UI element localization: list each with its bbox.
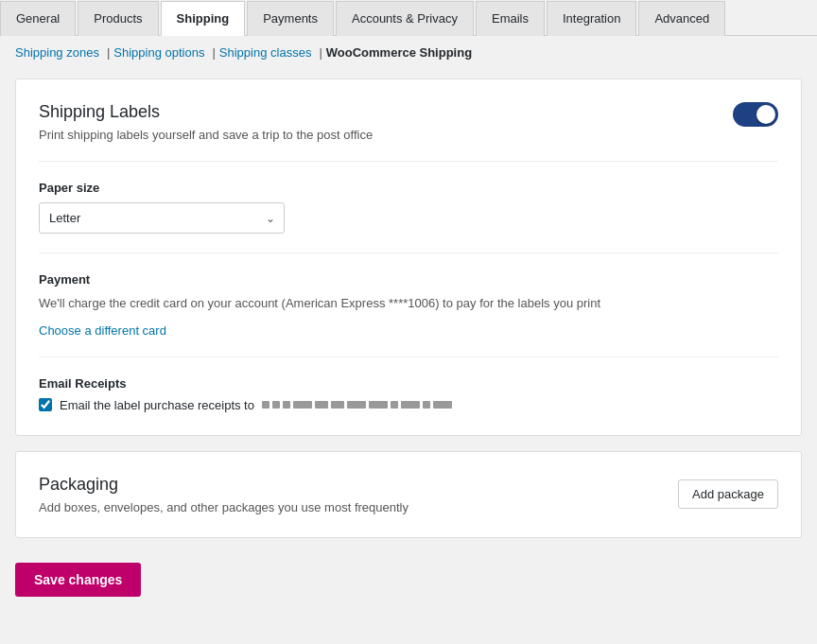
page-content: Shipping Labels Print shipping labels yo… <box>0 69 817 563</box>
packaging-desc: Add boxes, envelopes, and other packages… <box>39 500 408 514</box>
shipping-labels-desc: Print shipping labels yourself and save … <box>39 128 373 142</box>
paper-size-select-wrapper: Letter A4 Legal ⌄ <box>39 202 285 234</box>
mask-7 <box>347 401 366 409</box>
packaging-card: Packaging Add boxes, envelopes, and othe… <box>15 451 802 538</box>
tab-advanced[interactable]: Advanced <box>638 1 725 36</box>
email-receipts-checkbox[interactable] <box>39 398 52 411</box>
shipping-labels-info: Shipping Labels Print shipping labels yo… <box>39 102 373 142</box>
subnav-link-zones[interactable]: Shipping zones <box>15 45 99 60</box>
paper-size-label: Paper size <box>39 181 778 195</box>
mask-8 <box>369 401 388 409</box>
tab-products[interactable]: Products <box>78 1 158 36</box>
mask-2 <box>272 401 280 409</box>
email-receipts-row: Email the label purchase receipts to <box>39 398 778 412</box>
add-package-button[interactable]: Add package <box>678 479 778 509</box>
mask-6 <box>331 401 344 409</box>
email-receipts-text: Email the label purchase receipts to <box>60 398 254 412</box>
subnav-link-options[interactable]: Shipping options <box>113 45 204 60</box>
shipping-labels-title: Shipping Labels <box>39 102 373 122</box>
divider-1 <box>39 161 778 162</box>
divider-3 <box>39 357 778 357</box>
mask-10 <box>401 401 420 409</box>
payment-section: Payment We'll charge the credit card on … <box>39 272 778 338</box>
tab-bar: General Products Shipping Payments Accou… <box>0 0 817 36</box>
subnav-link-classes[interactable]: Shipping classes <box>219 45 312 60</box>
subnav: Shipping zones | Shipping options | Ship… <box>0 36 817 69</box>
tab-integration[interactable]: Integration <box>547 1 636 36</box>
paper-size-select[interactable]: Letter A4 Legal <box>39 202 285 234</box>
packaging-info: Packaging Add boxes, envelopes, and othe… <box>39 475 408 514</box>
tab-general[interactable]: General <box>0 1 76 36</box>
mask-4 <box>293 401 312 409</box>
payment-desc: We'll charge the credit card on your acc… <box>39 294 778 314</box>
shipping-labels-header: Shipping Labels Print shipping labels yo… <box>39 102 778 142</box>
packaging-content: Packaging Add boxes, envelopes, and othe… <box>39 475 778 514</box>
email-mask <box>262 401 452 409</box>
subnav-separator-3: | <box>319 45 322 60</box>
subnav-active: WooCommerce Shipping <box>326 45 472 60</box>
tab-emails[interactable]: Emails <box>476 1 545 36</box>
subnav-separator-2: | <box>212 45 215 60</box>
email-receipts-section: Email Receipts Email the label purchase … <box>39 376 778 412</box>
divider-2 <box>39 252 778 253</box>
footer-actions: Save changes <box>0 563 817 616</box>
shipping-labels-toggle[interactable] <box>733 102 778 127</box>
payment-label: Payment <box>39 272 778 287</box>
shipping-labels-card: Shipping Labels Print shipping labels yo… <box>15 78 802 436</box>
save-changes-button[interactable]: Save changes <box>15 563 141 597</box>
mask-3 <box>283 401 290 409</box>
mask-5 <box>315 401 328 409</box>
choose-card-link[interactable]: Choose a different card <box>39 323 166 338</box>
tab-payments[interactable]: Payments <box>247 1 334 36</box>
mask-11 <box>423 401 430 409</box>
tab-shipping[interactable]: Shipping <box>161 1 246 36</box>
tab-accounts-privacy[interactable]: Accounts & Privacy <box>336 1 474 36</box>
mask-1 <box>262 401 269 409</box>
paper-size-section: Paper size Letter A4 Legal ⌄ <box>39 181 778 234</box>
mask-12 <box>433 401 452 409</box>
packaging-title: Packaging <box>39 475 408 495</box>
mask-9 <box>391 401 398 409</box>
subnav-separator-1: | <box>107 45 110 60</box>
email-receipts-label: Email Receipts <box>39 376 778 391</box>
toggle-slider <box>733 102 778 127</box>
